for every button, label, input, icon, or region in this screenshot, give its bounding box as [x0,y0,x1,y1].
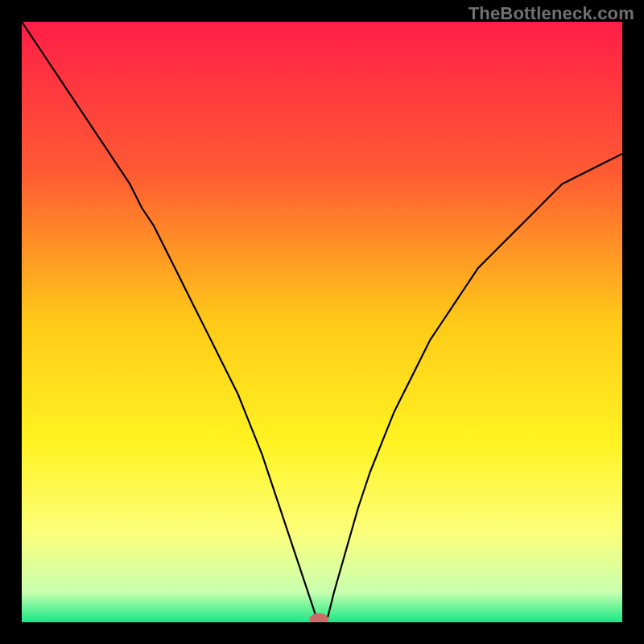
chart-svg [22,22,622,622]
gradient-background [22,22,622,622]
plot-area [22,22,622,622]
chart-container: TheBottleneck.com [0,0,644,644]
